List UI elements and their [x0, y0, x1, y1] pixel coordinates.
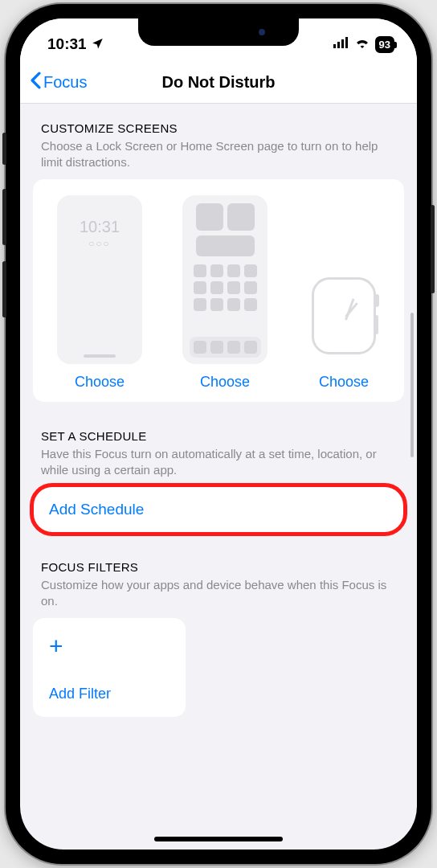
- camera-dot: [259, 29, 265, 35]
- choose-lock-button[interactable]: Choose: [75, 374, 125, 391]
- power-button: [431, 205, 435, 293]
- svg-rect-0: [333, 44, 336, 48]
- lock-screen-preview[interactable]: 10:31 ○○○: [57, 195, 142, 364]
- customize-header: CUSTOMIZE SCREENS: [20, 104, 417, 138]
- plus-icon: +: [49, 634, 169, 658]
- cellular-signal-icon: [333, 37, 349, 51]
- phone-frame: 10:31 93 Focus D: [6, 4, 431, 864]
- volume-up-button: [2, 189, 6, 245]
- add-filter-button[interactable]: + Add Filter: [33, 618, 186, 717]
- battery-icon: 93: [375, 36, 394, 53]
- nav-bar: Focus Do Not Disturb: [20, 62, 417, 104]
- home-screen-col: Choose: [182, 195, 268, 391]
- schedule-header: SET A SCHEDULE: [20, 402, 417, 446]
- lock-screen-col: 10:31 ○○○ Choose: [57, 195, 142, 391]
- choose-home-button[interactable]: Choose: [200, 374, 250, 391]
- filters-desc: Customize how your apps and device behav…: [20, 577, 417, 618]
- screens-row: 10:31 ○○○ Choose: [39, 195, 398, 391]
- mute-switch: [2, 133, 6, 165]
- scroll-indicator[interactable]: [410, 313, 414, 457]
- screen: 10:31 93 Focus D: [20, 18, 417, 850]
- choose-watch-button[interactable]: Choose: [319, 374, 369, 391]
- add-filter-label: Add Filter: [49, 686, 169, 702]
- wifi-icon: [354, 37, 370, 51]
- watch-preview[interactable]: [308, 272, 380, 361]
- chevron-left-icon: [30, 72, 42, 93]
- volume-down-button: [2, 261, 6, 317]
- customize-desc: Choose a Lock Screen or Home Screen page…: [20, 138, 417, 179]
- status-right: 93: [333, 36, 394, 53]
- page-title: Do Not Disturb: [161, 73, 275, 92]
- home-indicator[interactable]: [154, 837, 283, 841]
- back-label: Focus: [43, 73, 87, 92]
- lock-preview-dots: ○○○: [88, 238, 111, 249]
- content: CUSTOMIZE SCREENS Choose a Lock Screen o…: [20, 104, 417, 850]
- notch: [138, 18, 299, 46]
- svg-rect-3: [345, 37, 348, 48]
- status-time: 10:31: [47, 35, 87, 53]
- back-button[interactable]: Focus: [30, 72, 87, 93]
- schedule-desc: Have this Focus turn on automatically at…: [20, 446, 417, 487]
- home-screen-preview[interactable]: [182, 195, 268, 364]
- svg-rect-2: [341, 39, 344, 48]
- location-arrow-icon: [92, 35, 104, 53]
- customize-card: 10:31 ○○○ Choose: [33, 179, 404, 402]
- add-schedule-button[interactable]: Add Schedule: [33, 486, 404, 533]
- svg-rect-1: [337, 42, 340, 48]
- status-left: 10:31: [47, 35, 104, 53]
- watch-col: Choose: [308, 272, 380, 391]
- lock-preview-time: 10:31: [80, 218, 120, 236]
- add-schedule-label: Add Schedule: [49, 501, 144, 518]
- filters-header: FOCUS FILTERS: [20, 533, 417, 577]
- lock-preview-bar: [84, 354, 116, 358]
